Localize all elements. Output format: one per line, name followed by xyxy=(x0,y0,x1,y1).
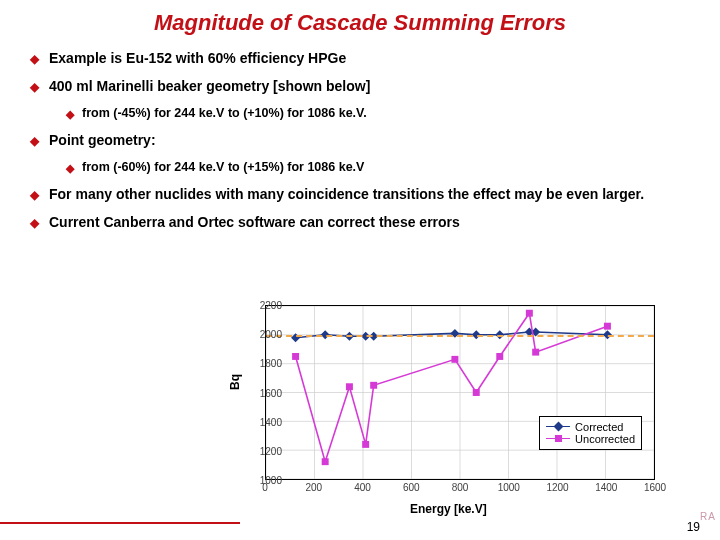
bullet-item: ◆Example is Eu-152 with 60% efficiency H… xyxy=(30,50,690,68)
diamond-icon: ◆ xyxy=(30,78,39,96)
bullet-text: Current Canberra and Ortec software can … xyxy=(49,214,460,232)
bullet-item: ◆Point geometry: xyxy=(30,132,690,150)
svg-rect-34 xyxy=(496,353,503,360)
diamond-icon: ◆ xyxy=(30,50,39,68)
plot-area: Corrected Uncorrected xyxy=(265,305,655,480)
bullet-text: Point geometry: xyxy=(49,132,156,150)
bullet-item: ◆For many other nuclides with many coinc… xyxy=(30,186,690,204)
bullet-text: For many other nuclides with many coinci… xyxy=(49,186,644,204)
svg-rect-35 xyxy=(526,310,533,317)
sub-bullet-item: ◆from (-45%) for 244 ke.V to (+10%) for … xyxy=(66,106,690,122)
footer-rule xyxy=(0,522,240,524)
sub-bullet-text: from (-45%) for 244 ke.V to (+10%) for 1… xyxy=(82,106,367,122)
sub-bullet-item: ◆from (-60%) for 244 ke.V to (+15%) for … xyxy=(66,160,690,176)
page-title: Magnitude of Cascade Summing Errors xyxy=(0,0,720,50)
bullet-item: ◆Current Canberra and Ortec software can… xyxy=(30,214,690,232)
bullet-item: ◆400 ml Marinelli beaker geometry [shown… xyxy=(30,78,690,96)
y-axis-label: Bq xyxy=(228,374,242,390)
reference-line xyxy=(266,335,654,337)
svg-rect-33 xyxy=(473,389,480,396)
svg-rect-37 xyxy=(604,323,611,330)
svg-rect-28 xyxy=(322,458,329,465)
diamond-icon: ◆ xyxy=(30,132,39,150)
sub-diamond-icon: ◆ xyxy=(66,106,74,122)
legend-row-corrected: Corrected xyxy=(546,421,635,433)
legend-row-uncorrected: Uncorrected xyxy=(546,433,635,445)
legend-label: Uncorrected xyxy=(575,433,635,445)
sub-bullet-text: from (-60%) for 244 ke.V to (+15%) for 1… xyxy=(82,160,364,176)
svg-rect-32 xyxy=(451,356,458,363)
watermark: RA xyxy=(700,511,716,522)
bullet-text: Example is Eu-152 with 60% efficiency HP… xyxy=(49,50,346,68)
svg-rect-30 xyxy=(362,441,369,448)
legend-line-icon xyxy=(546,421,570,433)
chart-legend: Corrected Uncorrected xyxy=(539,416,642,450)
legend-line-icon xyxy=(546,433,570,445)
chart-svg xyxy=(266,306,654,479)
bullet-text: 400 ml Marinelli beaker geometry [shown … xyxy=(49,78,370,96)
bullet-list: ◆Example is Eu-152 with 60% efficiency H… xyxy=(0,50,720,232)
svg-rect-29 xyxy=(346,383,353,390)
svg-rect-36 xyxy=(532,349,539,356)
svg-rect-31 xyxy=(370,382,377,389)
diamond-icon: ◆ xyxy=(30,214,39,232)
chart: Corrected Uncorrected Bq Energy [ke.V] 1… xyxy=(210,300,680,520)
x-axis-label: Energy [ke.V] xyxy=(410,502,487,516)
diamond-icon: ◆ xyxy=(30,186,39,204)
svg-rect-27 xyxy=(292,353,299,360)
sub-diamond-icon: ◆ xyxy=(66,160,74,176)
legend-label: Corrected xyxy=(575,421,623,433)
page-number: 19 xyxy=(687,520,700,534)
